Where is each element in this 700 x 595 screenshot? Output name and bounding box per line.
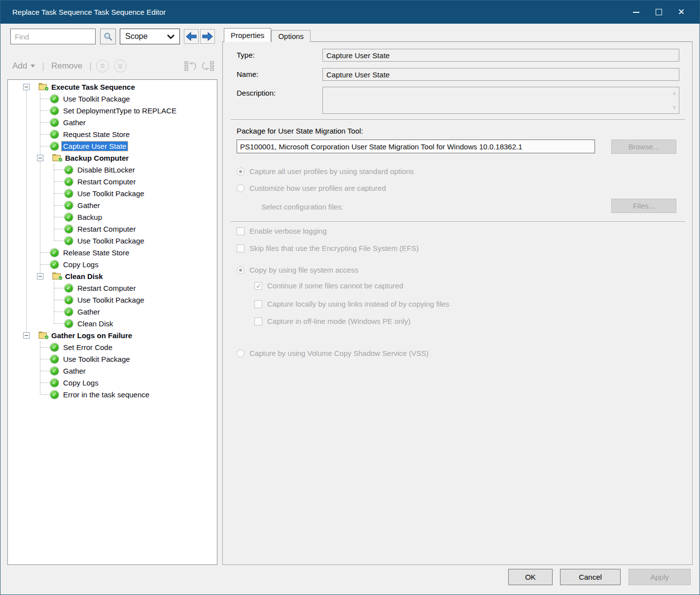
tree-item[interactable]: Use Toolkit Package: [8, 235, 217, 246]
tree-item[interactable]: Use Toolkit Package: [8, 353, 217, 365]
minimize-button[interactable]: [625, 0, 647, 24]
tree-expander[interactable]: [23, 332, 30, 339]
skip-efs-checkbox[interactable]: [237, 245, 245, 252]
browse-button[interactable]: Browse...: [611, 140, 676, 154]
tree-item-label: Restart Computer: [77, 225, 136, 233]
tree-item[interactable]: Use Toolkit Package: [8, 93, 217, 105]
toolbar-divider: |: [87, 61, 94, 71]
ok-button[interactable]: OK: [508, 569, 553, 585]
tree-item[interactable]: Use Toolkit Package: [8, 294, 217, 306]
copy-fs-label: Copy by using file system access: [249, 266, 358, 274]
tree-item-label: Release State Store: [63, 248, 129, 257]
find-previous-button[interactable]: [184, 29, 199, 44]
copy-fs-radio[interactable]: [237, 266, 245, 274]
capture-links-checkbox[interactable]: [254, 300, 262, 308]
step-check-icon: [65, 225, 73, 233]
capture-standard-radio[interactable]: [237, 168, 245, 175]
tab-options[interactable]: Options: [271, 30, 311, 42]
copy-fs-row: Copy by using file system access: [237, 266, 358, 274]
tree-item-label: Disable BitLocker: [77, 166, 135, 174]
tree-item[interactable]: Gather: [8, 199, 217, 211]
arrow-left-icon: [185, 32, 197, 41]
expand-groups-icon[interactable]: [202, 60, 214, 72]
tree-item[interactable]: Copy Logs: [8, 377, 217, 388]
tree-item-label: Restart Computer: [77, 177, 136, 186]
capture-vss-row: Capture by using Volume Copy Shadow Serv…: [237, 349, 429, 357]
collapse-groups-icon[interactable]: [184, 60, 197, 72]
capture-custom-radio[interactable]: [237, 184, 245, 192]
tree-item[interactable]: Request State Store: [8, 128, 217, 140]
close-button[interactable]: ✕: [670, 0, 693, 24]
tree-item[interactable]: Disable BitLocker: [8, 164, 217, 175]
step-check-icon: [50, 367, 59, 375]
tree-item[interactable]: Gather: [8, 116, 217, 128]
description-field[interactable]: ∧ ∨: [322, 87, 679, 114]
tree-item[interactable]: Restart Computer: [8, 175, 217, 187]
capture-vss-radio[interactable]: [237, 350, 245, 357]
tree-item[interactable]: Error in the task sequence: [8, 388, 217, 400]
tree-item[interactable]: Backup Computer: [8, 152, 217, 164]
search-button[interactable]: [100, 29, 116, 44]
name-field[interactable]: Capture User State: [322, 68, 679, 81]
tree-item[interactable]: Use Toolkit Package: [8, 187, 217, 199]
find-next-button[interactable]: [200, 29, 215, 44]
tree-item-label: Use Toolkit Package: [63, 355, 130, 363]
name-value: Capture User State: [326, 70, 389, 79]
tab-properties[interactable]: Properties: [224, 28, 271, 42]
add-button[interactable]: Add: [7, 61, 40, 71]
verbose-checkbox[interactable]: [237, 227, 245, 235]
tree-item[interactable]: Execute Task Sequence: [8, 81, 217, 93]
tree-item[interactable]: Gather: [8, 365, 217, 377]
tree-item[interactable]: Gather: [8, 306, 217, 317]
section-divider: [231, 119, 685, 120]
package-field[interactable]: PS100001, Microsoft Corporation User Sta…: [237, 140, 595, 153]
remove-button[interactable]: Remove: [46, 61, 87, 71]
tree-expander[interactable]: [37, 155, 43, 161]
files-button[interactable]: Files...: [611, 199, 676, 213]
step-check-icon: [50, 390, 59, 399]
tree-expander[interactable]: [37, 273, 43, 280]
continue-files-checkbox[interactable]: [254, 282, 262, 290]
move-up-button[interactable]: [96, 60, 109, 72]
tree-item-label: Gather: [77, 308, 100, 316]
tree-item[interactable]: Copy Logs: [8, 258, 217, 270]
scope-dropdown[interactable]: Scope: [120, 29, 180, 44]
type-field[interactable]: Capture User State: [322, 49, 679, 62]
capture-offline-checkbox[interactable]: [254, 317, 262, 325]
step-check-icon: [65, 296, 73, 304]
capture-offline-row: Capture in off-line mode (Windows PE onl…: [254, 317, 411, 325]
folder-icon: [38, 82, 49, 91]
step-check-icon: [65, 237, 73, 245]
toolbar-divider: |: [40, 61, 46, 71]
verbose-label: Enable verbose logging: [249, 227, 327, 235]
apply-button[interactable]: Apply: [629, 569, 691, 585]
tree-item[interactable]: Release State Store: [8, 246, 217, 258]
tree-item[interactable]: Clean Disk: [8, 270, 217, 282]
step-check-icon: [50, 355, 59, 363]
tree-item-label: Backup Computer: [65, 154, 129, 162]
task-sequence-tree: Execute Task Sequence Use Toolkit Packag…: [7, 79, 217, 565]
tree-item[interactable]: Gather Logs on Failure: [8, 329, 217, 341]
select-config-label: Select configuration files:: [261, 203, 344, 211]
cancel-button[interactable]: Cancel: [560, 569, 621, 585]
tree-expander[interactable]: [23, 84, 30, 90]
title-bar: Replace Task Sequence Task Sequence Edit…: [0, 0, 700, 24]
arrow-right-icon: [202, 32, 213, 41]
search-icon: [104, 32, 112, 41]
tree-item[interactable]: Clean Disk: [8, 317, 217, 329]
maximize-button[interactable]: [647, 0, 670, 24]
tree-item[interactable]: Backup: [8, 211, 217, 223]
tree-item[interactable]: Set Error Code: [8, 341, 217, 353]
step-check-icon: [65, 189, 73, 198]
window-title: Replace Task Sequence Task Sequence Edit…: [12, 8, 625, 16]
properties-panel: Type: Capture User State Name: Capture U…: [222, 41, 693, 565]
tree-item[interactable]: Restart Computer: [8, 282, 217, 294]
scroll-down-icon[interactable]: ∨: [672, 105, 676, 110]
tree-item[interactable]: Set DeploymentType to REPLACE: [8, 105, 217, 116]
move-down-button[interactable]: [114, 60, 127, 72]
step-check-icon: [65, 213, 73, 221]
tree-item[interactable]: Restart Computer: [8, 223, 217, 235]
tree-item-selected[interactable]: Capture User State: [8, 140, 217, 152]
step-check-icon: [50, 343, 59, 351]
scroll-up-icon[interactable]: ∧: [672, 91, 676, 96]
